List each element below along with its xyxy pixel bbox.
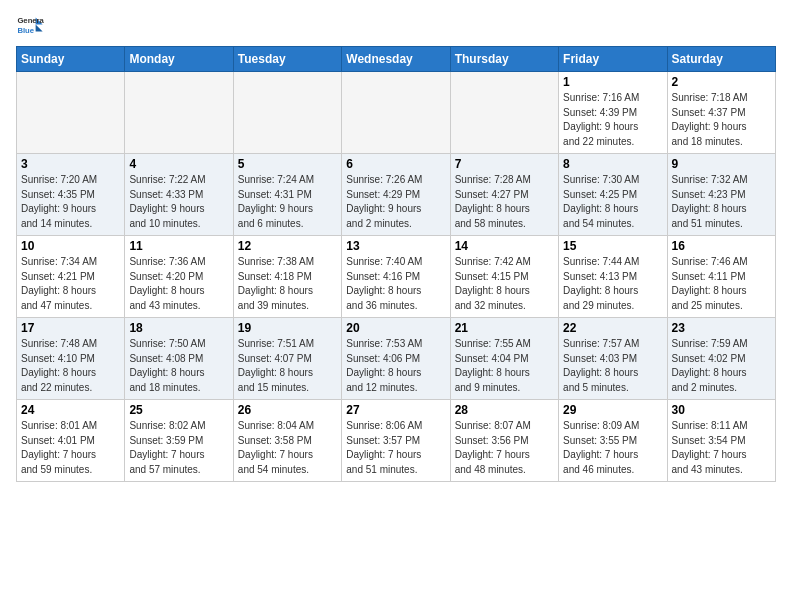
day-number: 19	[238, 321, 337, 335]
calendar-cell: 20Sunrise: 7:53 AM Sunset: 4:06 PM Dayli…	[342, 318, 450, 400]
day-number: 21	[455, 321, 554, 335]
day-info: Sunrise: 7:53 AM Sunset: 4:06 PM Dayligh…	[346, 337, 445, 395]
day-info: Sunrise: 7:40 AM Sunset: 4:16 PM Dayligh…	[346, 255, 445, 313]
calendar-cell: 27Sunrise: 8:06 AM Sunset: 3:57 PM Dayli…	[342, 400, 450, 482]
logo-icon: General Blue	[16, 12, 44, 40]
day-info: Sunrise: 7:30 AM Sunset: 4:25 PM Dayligh…	[563, 173, 662, 231]
day-info: Sunrise: 7:57 AM Sunset: 4:03 PM Dayligh…	[563, 337, 662, 395]
day-number: 6	[346, 157, 445, 171]
calendar-cell: 21Sunrise: 7:55 AM Sunset: 4:04 PM Dayli…	[450, 318, 558, 400]
calendar-cell: 12Sunrise: 7:38 AM Sunset: 4:18 PM Dayli…	[233, 236, 341, 318]
day-number: 24	[21, 403, 120, 417]
calendar-cell: 23Sunrise: 7:59 AM Sunset: 4:02 PM Dayli…	[667, 318, 775, 400]
calendar-cell: 14Sunrise: 7:42 AM Sunset: 4:15 PM Dayli…	[450, 236, 558, 318]
calendar-cell: 6Sunrise: 7:26 AM Sunset: 4:29 PM Daylig…	[342, 154, 450, 236]
calendar-body: 1Sunrise: 7:16 AM Sunset: 4:39 PM Daylig…	[17, 72, 776, 482]
day-number: 28	[455, 403, 554, 417]
day-info: Sunrise: 7:50 AM Sunset: 4:08 PM Dayligh…	[129, 337, 228, 395]
day-info: Sunrise: 7:51 AM Sunset: 4:07 PM Dayligh…	[238, 337, 337, 395]
calendar-cell	[125, 72, 233, 154]
day-info: Sunrise: 8:06 AM Sunset: 3:57 PM Dayligh…	[346, 419, 445, 477]
calendar-cell: 18Sunrise: 7:50 AM Sunset: 4:08 PM Dayli…	[125, 318, 233, 400]
day-info: Sunrise: 8:01 AM Sunset: 4:01 PM Dayligh…	[21, 419, 120, 477]
day-info: Sunrise: 8:02 AM Sunset: 3:59 PM Dayligh…	[129, 419, 228, 477]
day-number: 9	[672, 157, 771, 171]
calendar-cell: 28Sunrise: 8:07 AM Sunset: 3:56 PM Dayli…	[450, 400, 558, 482]
day-info: Sunrise: 7:32 AM Sunset: 4:23 PM Dayligh…	[672, 173, 771, 231]
calendar-cell: 4Sunrise: 7:22 AM Sunset: 4:33 PM Daylig…	[125, 154, 233, 236]
calendar-cell: 13Sunrise: 7:40 AM Sunset: 4:16 PM Dayli…	[342, 236, 450, 318]
calendar-cell: 25Sunrise: 8:02 AM Sunset: 3:59 PM Dayli…	[125, 400, 233, 482]
day-info: Sunrise: 7:22 AM Sunset: 4:33 PM Dayligh…	[129, 173, 228, 231]
day-info: Sunrise: 7:18 AM Sunset: 4:37 PM Dayligh…	[672, 91, 771, 149]
day-info: Sunrise: 7:48 AM Sunset: 4:10 PM Dayligh…	[21, 337, 120, 395]
weekday-saturday: Saturday	[667, 47, 775, 72]
day-info: Sunrise: 8:04 AM Sunset: 3:58 PM Dayligh…	[238, 419, 337, 477]
calendar-cell: 11Sunrise: 7:36 AM Sunset: 4:20 PM Dayli…	[125, 236, 233, 318]
day-number: 2	[672, 75, 771, 89]
week-row-1: 1Sunrise: 7:16 AM Sunset: 4:39 PM Daylig…	[17, 72, 776, 154]
calendar-cell: 10Sunrise: 7:34 AM Sunset: 4:21 PM Dayli…	[17, 236, 125, 318]
weekday-header-row: SundayMondayTuesdayWednesdayThursdayFrid…	[17, 47, 776, 72]
weekday-thursday: Thursday	[450, 47, 558, 72]
day-number: 1	[563, 75, 662, 89]
weekday-wednesday: Wednesday	[342, 47, 450, 72]
day-info: Sunrise: 7:20 AM Sunset: 4:35 PM Dayligh…	[21, 173, 120, 231]
day-info: Sunrise: 7:26 AM Sunset: 4:29 PM Dayligh…	[346, 173, 445, 231]
calendar-cell	[233, 72, 341, 154]
day-number: 27	[346, 403, 445, 417]
calendar-cell	[450, 72, 558, 154]
weekday-tuesday: Tuesday	[233, 47, 341, 72]
day-number: 17	[21, 321, 120, 335]
day-number: 8	[563, 157, 662, 171]
svg-text:Blue: Blue	[17, 26, 34, 35]
day-number: 16	[672, 239, 771, 253]
calendar-cell: 29Sunrise: 8:09 AM Sunset: 3:55 PM Dayli…	[559, 400, 667, 482]
day-info: Sunrise: 7:46 AM Sunset: 4:11 PM Dayligh…	[672, 255, 771, 313]
day-number: 10	[21, 239, 120, 253]
day-number: 5	[238, 157, 337, 171]
calendar-cell: 9Sunrise: 7:32 AM Sunset: 4:23 PM Daylig…	[667, 154, 775, 236]
logo: General Blue	[16, 12, 44, 40]
calendar-cell: 7Sunrise: 7:28 AM Sunset: 4:27 PM Daylig…	[450, 154, 558, 236]
day-number: 13	[346, 239, 445, 253]
day-info: Sunrise: 7:28 AM Sunset: 4:27 PM Dayligh…	[455, 173, 554, 231]
weekday-friday: Friday	[559, 47, 667, 72]
day-number: 14	[455, 239, 554, 253]
calendar-cell: 1Sunrise: 7:16 AM Sunset: 4:39 PM Daylig…	[559, 72, 667, 154]
day-info: Sunrise: 7:24 AM Sunset: 4:31 PM Dayligh…	[238, 173, 337, 231]
calendar-cell: 2Sunrise: 7:18 AM Sunset: 4:37 PM Daylig…	[667, 72, 775, 154]
calendar-cell: 5Sunrise: 7:24 AM Sunset: 4:31 PM Daylig…	[233, 154, 341, 236]
calendar-header: SundayMondayTuesdayWednesdayThursdayFrid…	[17, 47, 776, 72]
svg-text:General: General	[17, 16, 44, 25]
day-number: 18	[129, 321, 228, 335]
day-number: 12	[238, 239, 337, 253]
day-info: Sunrise: 7:55 AM Sunset: 4:04 PM Dayligh…	[455, 337, 554, 395]
day-info: Sunrise: 8:11 AM Sunset: 3:54 PM Dayligh…	[672, 419, 771, 477]
day-info: Sunrise: 7:34 AM Sunset: 4:21 PM Dayligh…	[21, 255, 120, 313]
header: General Blue	[16, 12, 776, 40]
day-info: Sunrise: 7:16 AM Sunset: 4:39 PM Dayligh…	[563, 91, 662, 149]
day-info: Sunrise: 8:09 AM Sunset: 3:55 PM Dayligh…	[563, 419, 662, 477]
calendar-cell: 30Sunrise: 8:11 AM Sunset: 3:54 PM Dayli…	[667, 400, 775, 482]
day-number: 11	[129, 239, 228, 253]
calendar-cell: 24Sunrise: 8:01 AM Sunset: 4:01 PM Dayli…	[17, 400, 125, 482]
day-number: 30	[672, 403, 771, 417]
day-number: 3	[21, 157, 120, 171]
calendar-cell: 8Sunrise: 7:30 AM Sunset: 4:25 PM Daylig…	[559, 154, 667, 236]
calendar-cell: 16Sunrise: 7:46 AM Sunset: 4:11 PM Dayli…	[667, 236, 775, 318]
day-info: Sunrise: 7:36 AM Sunset: 4:20 PM Dayligh…	[129, 255, 228, 313]
week-row-2: 3Sunrise: 7:20 AM Sunset: 4:35 PM Daylig…	[17, 154, 776, 236]
day-number: 20	[346, 321, 445, 335]
day-info: Sunrise: 7:59 AM Sunset: 4:02 PM Dayligh…	[672, 337, 771, 395]
day-info: Sunrise: 7:38 AM Sunset: 4:18 PM Dayligh…	[238, 255, 337, 313]
calendar-cell	[17, 72, 125, 154]
day-number: 15	[563, 239, 662, 253]
week-row-5: 24Sunrise: 8:01 AM Sunset: 4:01 PM Dayli…	[17, 400, 776, 482]
day-number: 7	[455, 157, 554, 171]
day-number: 26	[238, 403, 337, 417]
day-number: 29	[563, 403, 662, 417]
day-number: 25	[129, 403, 228, 417]
day-info: Sunrise: 8:07 AM Sunset: 3:56 PM Dayligh…	[455, 419, 554, 477]
day-info: Sunrise: 7:42 AM Sunset: 4:15 PM Dayligh…	[455, 255, 554, 313]
